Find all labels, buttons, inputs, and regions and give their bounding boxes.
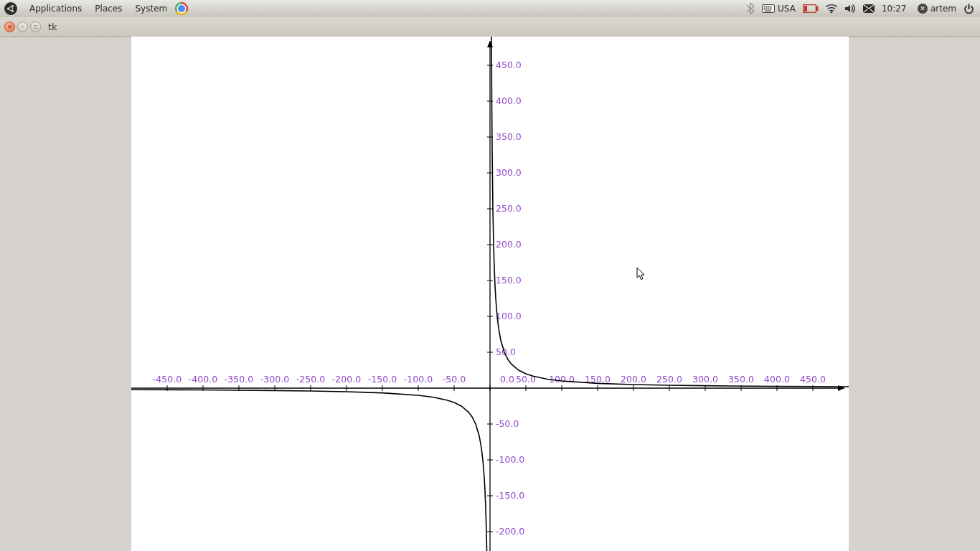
plot-container: -450.0-400.0-350.0-300.0-250.0-200.0-150… — [0, 37, 980, 551]
x-tick-label: 200.0 — [621, 374, 646, 385]
maximize-button[interactable]: ▫ — [30, 22, 41, 32]
x-tick-label: 400.0 — [764, 374, 790, 385]
close-button[interactable]: × — [4, 22, 15, 32]
window-titlebar: × – ▫ tk — [0, 17, 980, 37]
panel-left: Applications Places System — [0, 1, 188, 16]
y-tick-label: 250.0 — [496, 203, 522, 214]
ubuntu-logo-icon[interactable] — [4, 2, 17, 15]
bluetooth-icon[interactable] — [746, 3, 755, 14]
x-tick-label: -50.0 — [443, 374, 466, 385]
y-tick-label: -200.0 — [496, 526, 524, 537]
wifi-icon[interactable] — [826, 4, 837, 14]
window-buttons: × – ▫ — [0, 22, 41, 32]
svg-rect-8 — [764, 9, 765, 10]
menu-system[interactable]: System — [130, 1, 172, 16]
y-tick-label: 400.0 — [496, 95, 522, 106]
battery-icon[interactable] — [803, 4, 819, 13]
x-tick-label: 450.0 — [800, 374, 826, 385]
series-neg-branch — [131, 390, 489, 551]
svg-rect-6 — [768, 6, 770, 8]
y-tick-label: -50.0 — [496, 418, 519, 429]
volume-icon[interactable] — [844, 4, 856, 14]
svg-rect-15 — [804, 6, 807, 11]
y-tick-label: 200.0 — [496, 239, 522, 250]
x-tick-label: 250.0 — [656, 374, 682, 385]
y-tick-label: 450.0 — [496, 60, 522, 70]
user-status-icon: ✕ — [918, 4, 928, 14]
keyboard-indicator[interactable]: USA — [762, 4, 796, 14]
origin-label: 0.0 — [500, 374, 514, 385]
svg-rect-4 — [764, 6, 765, 8]
svg-rect-11 — [771, 9, 772, 10]
x-tick-label: -300.0 — [260, 374, 289, 385]
x-tick-label: 50.0 — [516, 374, 536, 385]
y-tick-label: -150.0 — [496, 490, 524, 501]
x-tick-label: -350.0 — [225, 374, 253, 385]
series-pos-branch — [491, 37, 849, 387]
svg-point-16 — [831, 11, 833, 14]
y-tick-label: 300.0 — [496, 167, 522, 178]
x-tick-label: 350.0 — [728, 374, 754, 385]
minimize-button[interactable]: – — [17, 22, 28, 32]
panel-clock[interactable]: 10:27 — [882, 4, 910, 14]
power-icon[interactable] — [963, 4, 974, 14]
chart-svg: -450.0-400.0-350.0-300.0-250.0-200.0-150… — [131, 37, 849, 551]
x-tick-label: -400.0 — [189, 374, 217, 385]
mail-icon[interactable] — [863, 4, 875, 13]
x-tick-label: 300.0 — [692, 374, 718, 385]
x-tick-label: 100.0 — [549, 374, 575, 385]
svg-rect-9 — [766, 9, 768, 10]
gnome-top-panel: Applications Places System USA — [0, 0, 980, 18]
y-tick-label: -100.0 — [496, 454, 524, 465]
svg-rect-12 — [765, 11, 771, 12]
menu-places[interactable]: Places — [90, 1, 127, 16]
x-tick-label: -250.0 — [296, 374, 325, 385]
x-tick-label: -100.0 — [404, 374, 433, 385]
svg-rect-10 — [768, 9, 770, 10]
window-title: tk — [48, 22, 57, 32]
svg-rect-14 — [816, 6, 819, 11]
chrome-icon[interactable] — [175, 2, 188, 15]
y-tick-label: 150.0 — [496, 275, 522, 286]
y-tick-label: 100.0 — [496, 311, 522, 321]
x-tick-label: -200.0 — [332, 374, 361, 385]
y-tick-label: 350.0 — [496, 131, 522, 142]
svg-rect-7 — [771, 6, 772, 8]
svg-rect-5 — [766, 6, 768, 8]
plot-canvas: -450.0-400.0-350.0-300.0-250.0-200.0-150… — [131, 37, 849, 551]
svg-rect-21 — [969, 4, 970, 9]
user-menu[interactable]: ✕ artem — [918, 4, 956, 14]
x-tick-label: -450.0 — [153, 374, 182, 385]
menu-applications[interactable]: Applications — [24, 1, 87, 16]
x-tick-label: -150.0 — [368, 374, 397, 385]
panel-right: USA 10:27 ✕ artem — [746, 3, 980, 14]
